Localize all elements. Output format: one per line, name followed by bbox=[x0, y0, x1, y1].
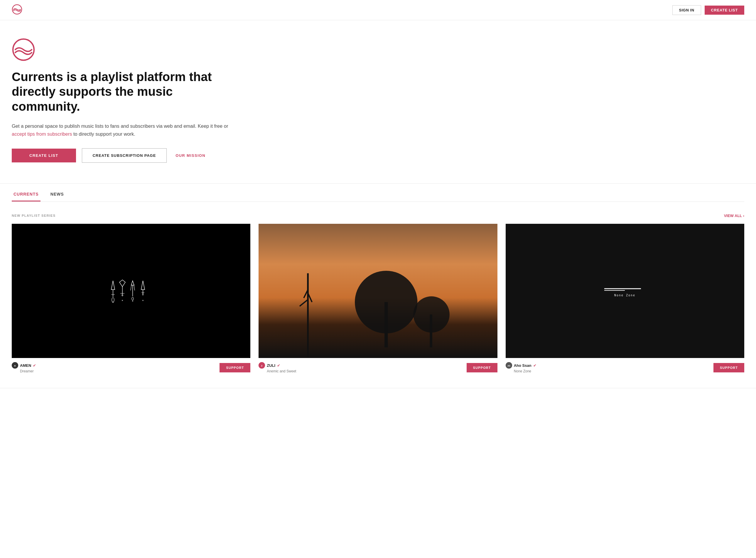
svg-rect-28 bbox=[384, 302, 388, 348]
avatar-amen: A bbox=[12, 362, 18, 369]
svg-point-5 bbox=[112, 298, 114, 302]
card-meta-zuli: Z ZULI ✔ Anemic and Sweet SUPPORT bbox=[259, 362, 497, 373]
svg-marker-10 bbox=[131, 281, 134, 285]
our-mission-button[interactable]: OUR MISSION bbox=[172, 153, 208, 158]
playlist-cards-grid: A AMEN ✔ Dreamer SUPPORT bbox=[12, 224, 744, 373]
svg-marker-15 bbox=[141, 281, 145, 289]
playlist-card-amen: A AMEN ✔ Dreamer SUPPORT bbox=[12, 224, 250, 373]
artist-name-amen: AMEN bbox=[20, 363, 31, 368]
tab-news[interactable]: NEWS bbox=[49, 186, 66, 201]
card-meta-ahossan: AS Aho Ssan ✔ None Zone SUPPORT bbox=[506, 362, 744, 373]
svg-point-20 bbox=[112, 302, 114, 303]
view-all-link[interactable]: VIEW ALL › bbox=[724, 213, 744, 218]
svg-line-12 bbox=[134, 285, 135, 290]
card-info-zuli: Z ZULI ✔ Anemic and Sweet bbox=[259, 362, 296, 373]
hero-section: Currents is a playlist platform that dir… bbox=[0, 20, 288, 183]
card-artist-row-ahossan: AS Aho Ssan ✔ bbox=[506, 362, 537, 369]
playlist-subtitle-amen: Dreamer bbox=[20, 369, 36, 373]
playlist-subtitle-zuli: Anemic and Sweet bbox=[267, 369, 296, 373]
hero-logo bbox=[12, 38, 276, 70]
playlist-section-header: NEW PLAYLIST SERIES VIEW ALL › bbox=[12, 213, 744, 218]
section-label: NEW PLAYLIST SERIES bbox=[12, 214, 55, 217]
artist-name-ahossan: Aho Ssan bbox=[514, 363, 532, 368]
card-info-amen: A AMEN ✔ Dreamer bbox=[12, 362, 36, 373]
create-list-hero-button[interactable]: CREATE LIST bbox=[12, 149, 76, 162]
svg-point-14 bbox=[132, 297, 134, 300]
svg-text:None Zone: None Zone bbox=[614, 294, 636, 297]
svg-line-11 bbox=[131, 285, 132, 290]
playlist-subtitle-ahossan: None Zone bbox=[514, 369, 537, 373]
header-actions: SIGN IN CREATE LIST bbox=[672, 5, 744, 15]
playlist-card-ahossan: None Zone AS Aho Ssan ✔ None Zone SUPPOR… bbox=[506, 224, 744, 373]
support-button-ahossan[interactable]: SUPPORT bbox=[713, 363, 744, 372]
svg-text:Z: Z bbox=[261, 364, 263, 367]
card-info-ahossan: AS Aho Ssan ✔ None Zone bbox=[506, 362, 537, 373]
create-subscription-button[interactable]: CREATE SUBSCRIPTION PAGE bbox=[82, 148, 167, 163]
create-list-nav-button[interactable]: CREATE LIST bbox=[705, 6, 744, 15]
site-header: SIGN IN CREATE LIST bbox=[0, 0, 756, 20]
avatar-ahossan: AS bbox=[506, 362, 512, 369]
svg-text:A: A bbox=[14, 364, 16, 367]
hero-tips-link[interactable]: accept tips from subscribers bbox=[12, 131, 72, 136]
verified-icon-ahossan: ✔ bbox=[533, 363, 537, 368]
card-artist-row-amen: A AMEN ✔ bbox=[12, 362, 36, 369]
card-artist-row-zuli: Z ZULI ✔ bbox=[259, 362, 296, 369]
hero-subtitle-text1: Get a personal space to publish music li… bbox=[12, 123, 228, 129]
svg-marker-6 bbox=[119, 280, 125, 287]
avatar-zuli: Z bbox=[259, 362, 265, 369]
header-logo[interactable] bbox=[12, 4, 22, 16]
artist-name-zuli: ZULI bbox=[267, 363, 275, 368]
tab-nav: CURRENTS NEWS bbox=[12, 186, 744, 202]
signin-button[interactable]: SIGN IN bbox=[672, 5, 701, 15]
card-thumbnail-amen[interactable] bbox=[12, 224, 250, 358]
support-button-zuli[interactable]: SUPPORT bbox=[467, 363, 497, 372]
svg-text:AS: AS bbox=[507, 365, 510, 367]
hero-title: Currents is a playlist platform that dir… bbox=[12, 70, 241, 114]
svg-point-22 bbox=[132, 300, 133, 302]
svg-rect-34 bbox=[430, 314, 432, 348]
tab-currents[interactable]: CURRENTS bbox=[12, 186, 40, 201]
card-thumbnail-ahossan[interactable]: None Zone bbox=[506, 224, 744, 358]
support-button-amen[interactable]: SUPPORT bbox=[219, 363, 250, 372]
main-content: CURRENTS NEWS NEW PLAYLIST SERIES VIEW A… bbox=[0, 186, 756, 373]
hero-buttons: CREATE LIST CREATE SUBSCRIPTION PAGE OUR… bbox=[12, 148, 276, 163]
card-meta-amen: A AMEN ✔ Dreamer SUPPORT bbox=[12, 362, 250, 373]
card-thumbnail-zuli[interactable] bbox=[259, 224, 497, 358]
hero-subtitle-text2: to directly support your work. bbox=[72, 131, 135, 136]
svg-point-21 bbox=[122, 300, 123, 301]
verified-icon-amen: ✔ bbox=[33, 363, 36, 368]
playlist-card-zuli: Z ZULI ✔ Anemic and Sweet SUPPORT bbox=[259, 224, 497, 373]
svg-marker-2 bbox=[111, 281, 115, 289]
verified-icon-zuli: ✔ bbox=[277, 363, 280, 368]
hero-subtitle: Get a personal space to publish music li… bbox=[12, 122, 229, 138]
svg-point-23 bbox=[142, 300, 143, 301]
